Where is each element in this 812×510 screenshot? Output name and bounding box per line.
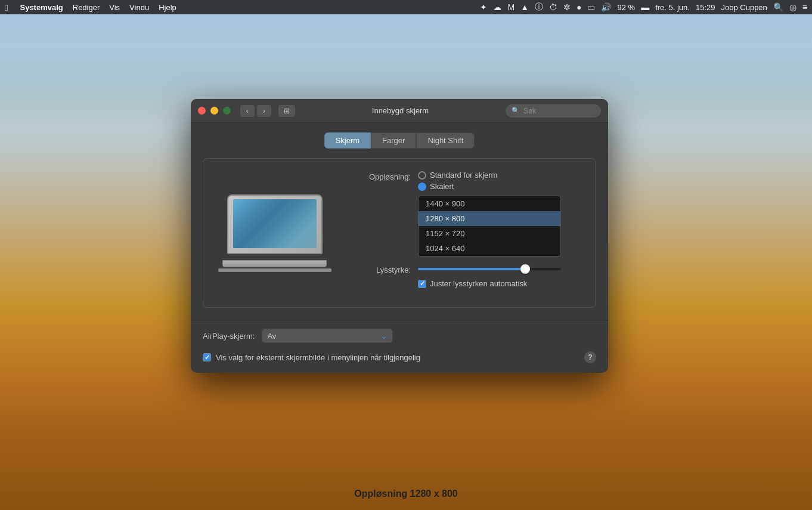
- external-display-row: ✓ Vis valg for eksternt skjermbilde i me…: [191, 351, 608, 373]
- standard-radio-row[interactable]: Standard for skjerm: [418, 171, 561, 180]
- laptop-preview: [215, 171, 334, 295]
- tab-skjerm[interactable]: Skjerm: [324, 132, 371, 149]
- titlebar: ‹ › ⊞ Innebygd skjerm 🔍 Søk: [191, 99, 608, 123]
- dropbox-icon[interactable]: ✦: [480, 2, 487, 12]
- search-field[interactable]: 🔍 Søk: [506, 104, 601, 118]
- apple-menu[interactable]: : [5, 2, 8, 13]
- warning-icon[interactable]: ▲: [520, 2, 529, 12]
- external-display-label: Vis valg for eksternt skjermbilde i meny…: [216, 353, 420, 362]
- external-display-checkbox[interactable]: ✓: [203, 353, 211, 361]
- menubar:  Systemvalg Rediger Vis Vindu Hjelp ✦ ☁…: [0, 0, 812, 14]
- resolution-label: Oppløsning:: [352, 171, 418, 181]
- auto-brightness-row: ✓ Juster lysstyrken automatisk: [418, 279, 584, 288]
- scaled-label: Skalert: [430, 182, 454, 191]
- resolution-options: Standard for skjerm Skalert 1440 × 900 1…: [418, 171, 561, 256]
- tab-farger[interactable]: Farger: [371, 132, 416, 149]
- bottom-caption: Oppløsning 1280 x 800: [0, 489, 812, 499]
- laptop-base: [222, 260, 327, 267]
- minimize-button[interactable]: [210, 107, 218, 115]
- siri-icon[interactable]: ◎: [789, 2, 796, 12]
- menu-vindu[interactable]: Vindu: [129, 3, 149, 12]
- info-icon[interactable]: ⓘ: [535, 2, 543, 13]
- dropdown-arrow-icon: ⌄: [380, 331, 388, 341]
- res-1152[interactable]: 1152 × 720: [419, 226, 560, 241]
- search-icon: 🔍: [512, 107, 520, 115]
- tab-bar: Skjerm Farger Night Shift: [203, 132, 596, 149]
- timemachine-icon[interactable]: ⏱: [549, 2, 557, 12]
- back-button[interactable]: ‹: [240, 105, 255, 117]
- laptop-lid: [227, 194, 323, 254]
- laptop-screen: [233, 199, 317, 248]
- control-center-icon[interactable]: ≡: [802, 2, 807, 12]
- airplay-icon[interactable]: ▭: [587, 2, 595, 12]
- date-display: fre. 5. jun.: [655, 3, 690, 12]
- slider-thumb[interactable]: [520, 264, 530, 274]
- resolution-setting: Oppløsning: Standard for skjerm Skalert: [352, 171, 584, 256]
- battery-icon: ▬: [641, 2, 649, 12]
- res-1440[interactable]: 1440 × 900: [419, 196, 560, 211]
- standard-radio[interactable]: [418, 171, 426, 180]
- airplay-label: AirPlay-skjerm:: [203, 332, 255, 341]
- menu-vis[interactable]: Vis: [109, 3, 120, 12]
- checkmark-icon: ✓: [204, 354, 210, 361]
- time-display: 15:29: [696, 3, 715, 12]
- checkmark-icon: ✓: [420, 280, 425, 288]
- menu-rediger[interactable]: Rediger: [73, 3, 100, 12]
- volume-icon[interactable]: 🔊: [601, 2, 611, 12]
- desktop:  Systemvalg Rediger Vis Vindu Hjelp ✦ ☁…: [0, 0, 812, 510]
- airplay-section: AirPlay-skjerm: Av ⌄: [191, 320, 608, 351]
- settings-area: Oppløsning: Standard for skjerm Skalert: [352, 171, 584, 295]
- tab-nightshift[interactable]: Night Shift: [416, 132, 475, 149]
- window-title: Innebygd skjerm: [300, 106, 501, 115]
- grid-view-button[interactable]: ⊞: [278, 105, 295, 117]
- display-preferences-window: ‹ › ⊞ Innebygd skjerm 🔍 Søk Skjerm Farge…: [191, 99, 608, 373]
- menu-systemvalg[interactable]: Systemvalg: [20, 3, 63, 12]
- brightness-slider[interactable]: [418, 268, 561, 270]
- battery-percent: 92 %: [617, 3, 635, 12]
- laptop-foot: [218, 268, 331, 272]
- res-1024[interactable]: 1024 × 640: [419, 241, 560, 256]
- cloud-icon[interactable]: ☁: [493, 2, 501, 12]
- airplay-value: Av: [267, 332, 376, 341]
- res-1280[interactable]: 1280 × 800: [419, 211, 560, 226]
- auto-brightness-label: Juster lysstyrken automatisk: [430, 279, 527, 288]
- forward-button[interactable]: ›: [257, 105, 271, 117]
- wifi-icon[interactable]: ●: [577, 2, 581, 12]
- search-icon[interactable]: 🔍: [773, 2, 783, 12]
- window-body: Skjerm Farger Night Shift: [191, 123, 608, 320]
- scaled-radio[interactable]: [418, 183, 426, 191]
- menu-hjelp[interactable]: Hjelp: [159, 3, 176, 12]
- airplay-dropdown[interactable]: Av ⌄: [262, 329, 393, 343]
- help-button[interactable]: ?: [584, 351, 596, 363]
- scaled-radio-row[interactable]: Skalert: [418, 182, 561, 191]
- search-placeholder: Søk: [523, 107, 536, 115]
- auto-brightness-checkbox[interactable]: ✓: [418, 280, 426, 288]
- standard-label: Standard for skjerm: [430, 171, 497, 180]
- auto-brightness-checkbox-row[interactable]: ✓ Juster lysstyrken automatisk: [418, 279, 527, 288]
- brightness-setting: Lysstyrke:: [352, 264, 584, 274]
- content-panel: Oppløsning: Standard for skjerm Skalert: [203, 158, 596, 308]
- m-icon[interactable]: M: [507, 2, 515, 12]
- slider-fill: [418, 268, 525, 270]
- maximize-button[interactable]: [223, 107, 231, 115]
- user-name[interactable]: Joop Cuppen: [721, 3, 767, 12]
- resolution-list: 1440 × 900 1280 × 800 1152 × 720 1024 × …: [418, 196, 561, 256]
- brightness-label: Lysstyrke:: [352, 264, 418, 274]
- bluetooth-icon[interactable]: ✲: [563, 2, 571, 12]
- close-button[interactable]: [198, 107, 206, 115]
